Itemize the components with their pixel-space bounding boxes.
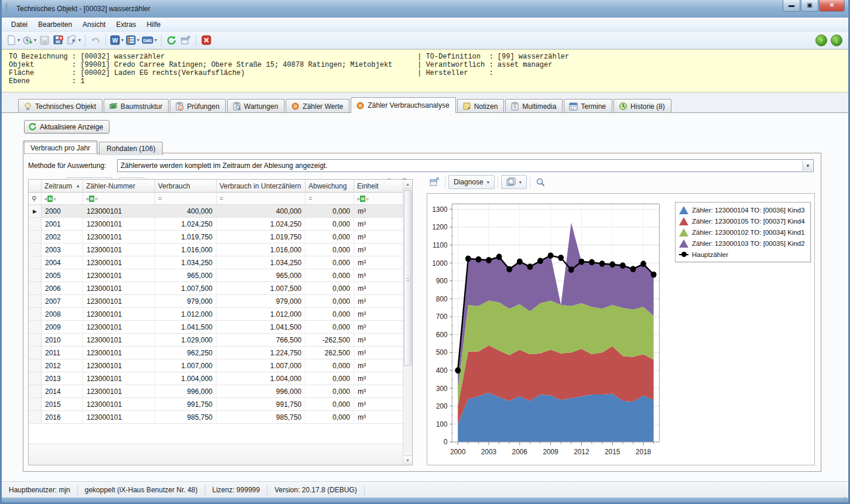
close-red-button[interactable] (199, 33, 213, 47)
combobox-dropdown-icon[interactable]: ▼ (803, 160, 813, 171)
column-header-zähler-nummer[interactable]: Zähler-Nummer (83, 180, 155, 192)
filter-cell-5[interactable]: aBc (354, 193, 404, 204)
subtab-rohdaten-106-[interactable]: Rohdaten (106) (99, 142, 163, 155)
method-combobox-value: Zählerwerte werden komplett im Zeitraum … (121, 162, 328, 170)
chart-save-button[interactable]: ▾ (501, 175, 527, 189)
table-row-2007[interactable]: 2007123000101979,000979,0000,000m³ (29, 295, 403, 308)
scroll-down-icon[interactable]: ▼ (403, 455, 412, 465)
scroll-up-icon[interactable]: ▲ (403, 180, 412, 189)
chart-detach-button[interactable] (427, 175, 442, 189)
resize-grip[interactable] (841, 495, 848, 502)
table-row-2013[interactable]: 20131230001011.004,0001.004,0000,000m³ (29, 372, 403, 385)
cell-zaehler-nummer: 123000101 (83, 295, 155, 307)
cell-zaehler-nummer: 123000101 (83, 347, 155, 359)
cell-zeitraum: 2013 (42, 372, 83, 385)
table-row-2003[interactable]: 20031230001011.016,0001.016,0000,000m³ (29, 244, 403, 256)
table-row-2015[interactable]: 2015123000101991,750991,7500,000m³ (29, 398, 403, 411)
chart-search-button[interactable] (533, 175, 549, 189)
alarm-clock-add-button[interactable]: ▾ (21, 33, 37, 47)
cell-zaehler-nummer: 123000101 (83, 321, 155, 333)
menu-item-ansicht[interactable]: Ansicht (78, 19, 110, 30)
tab-zähler-werte[interactable]: Zähler Werte (286, 99, 349, 113)
maximize-button[interactable]: ▣ (801, 0, 818, 12)
save-delete-button[interactable] (52, 33, 66, 47)
detach-window-button[interactable] (179, 33, 193, 47)
tab-zähler-verbrauchsanalyse[interactable]: Zähler Verbrauchsanalyse (351, 97, 455, 113)
app-window: Technisches Objekt - [00032] wasserzähle… (0, 0, 850, 504)
filter-cell-4[interactable]: = (306, 193, 354, 204)
filter-pin-cell[interactable]: ⚲ (29, 193, 42, 204)
menu-item-bearbeiten[interactable]: Bearbeiten (33, 19, 77, 30)
filter-cell-1[interactable]: aBc (83, 193, 155, 204)
abc-filter-icon: aBc (86, 196, 98, 202)
table-row-2012[interactable]: 20121230001011.007,0001.007,0000,000m³ (29, 359, 403, 372)
scroll-thumb[interactable] (404, 190, 412, 366)
tab-technisches-objekt[interactable]: Technisches Objekt (18, 99, 102, 113)
table-row-2002[interactable]: 20021230001011.019,7501.019,7500,000m³ (29, 231, 403, 244)
subtab-verbrauch-pro-jahr[interactable]: Verbrauch pro Jahr (23, 140, 98, 155)
column-header-zeitraum[interactable]: Zeitraum▲ (42, 180, 83, 192)
chart-diagnose-label: Diagnose (454, 178, 484, 186)
cell-einheit: m³ (354, 256, 404, 269)
close-button[interactable]: ✕ (819, 0, 845, 12)
table-row-2000[interactable]: ▶2000123000101400,000400,0000,000m³ (29, 205, 403, 218)
column-header-abweichung[interactable]: Abweichung (306, 180, 354, 192)
statusbar-item-3: Version: 20.17.8 (DEBUG) (268, 485, 365, 495)
method-combobox[interactable]: Zählerwerte werden komplett im Zeitraum … (117, 159, 814, 172)
refresh-view-button[interactable]: Aktualisiere Anzeige (24, 120, 109, 133)
clipboard-search-icon (232, 102, 241, 111)
table-row-2001[interactable]: 20011230001011.024,2501.024,2500,000m³ (29, 218, 403, 231)
cell-einheit: m³ (354, 347, 404, 359)
chart-diagnose-button[interactable]: Diagnose▾ (448, 175, 495, 189)
navigate-down-button[interactable]: ↓ (831, 35, 842, 46)
navigate-up-button[interactable]: ↑ (815, 35, 827, 46)
tab-prüfungen[interactable]: Prüfungen (170, 99, 225, 113)
main-toolbar: ▾ ▾ ▾ W▾ ▾ DMS▾ (2, 32, 848, 49)
cell-zeitraum: 2002 (42, 231, 83, 243)
cell-abweichung: 0,000 (306, 244, 354, 256)
filter-pin-icon: ⚲ (32, 195, 36, 203)
row-indicator (29, 411, 42, 423)
cell-einheit: m³ (354, 218, 404, 230)
cell-verbrauch-unterzaehler: 1.007,000 (217, 359, 306, 372)
tab-notizen[interactable]: Notizen (457, 99, 505, 113)
word-export-button[interactable]: W▾ (109, 33, 125, 47)
table-row-2016[interactable]: 2016123000101985,750985,7500,000m³ (29, 411, 403, 424)
cell-einheit: m³ (354, 308, 404, 320)
cell-verbrauch: 1.016,000 (155, 244, 217, 256)
tab-historie-8-[interactable]: Historie (8) (613, 99, 671, 113)
menu-item-extras[interactable]: Extras (111, 19, 140, 30)
cell-zeitraum: 2007 (42, 295, 83, 307)
table-row-2005[interactable]: 2005123000101965,000965,0000,000m³ (29, 269, 403, 282)
table-row-2010[interactable]: 20101230001011.029,000766,500-262,500m³ (29, 334, 403, 347)
minimize-button[interactable]: ▬ (783, 0, 800, 12)
table-row-2006[interactable]: 20061230001011.007,5001.007,5000,000m³ (29, 282, 403, 295)
grid-vertical-scrollbar[interactable]: ▲ ▼ (403, 180, 412, 465)
tab-multimedia[interactable]: 6Multimedia (505, 99, 563, 113)
table-row-2014[interactable]: 2014123000101996,000996,0000,000m³ (29, 385, 403, 398)
filter-cell-0[interactable]: aBc (42, 193, 83, 204)
copy-page-button[interactable]: ▾ (66, 33, 82, 47)
dms-archive-button[interactable]: DMS▾ (140, 33, 158, 47)
menu-item-hilfe[interactable]: Hilfe (142, 19, 165, 30)
filter-cell-3[interactable]: = (217, 193, 306, 204)
tab-termine[interactable]: Termine (564, 99, 612, 113)
tab-wartungen[interactable]: Wartungen (227, 99, 285, 113)
table-row-2011[interactable]: 2011123000101962,2501.224,750262,500m³ (29, 347, 403, 359)
menu-item-datei[interactable]: Datei (6, 19, 32, 30)
column-header-verbrauch-in-unterzählern[interactable]: Verbrauch in Unterzählern (217, 180, 306, 192)
table-row-2004[interactable]: 20041230001011.034,2501.034,2500,000m³ (29, 256, 403, 269)
cell-abweichung: 0,000 (306, 256, 354, 269)
table-row-2009[interactable]: 20091230001011.041,5001.041,5000,000m³ (29, 321, 403, 334)
cell-einheit: m³ (354, 398, 404, 410)
tab-label: Notizen (474, 102, 498, 111)
table-row-2008[interactable]: 20081230001011.012,0001.012,0000,000m³ (29, 308, 403, 321)
column-header-einheit[interactable]: Einheit (354, 180, 404, 192)
filter-cell-2[interactable]: = (155, 193, 217, 204)
list-report-button[interactable]: ▾ (125, 33, 140, 47)
refresh-button[interactable] (164, 33, 179, 47)
column-header-verbrauch[interactable]: Verbrauch (155, 180, 217, 192)
tab-baumstruktur[interactable]: Baumstruktur (104, 99, 169, 113)
new-document-button[interactable]: ▾ (5, 33, 21, 47)
cell-verbrauch: 1.024,250 (155, 218, 217, 230)
